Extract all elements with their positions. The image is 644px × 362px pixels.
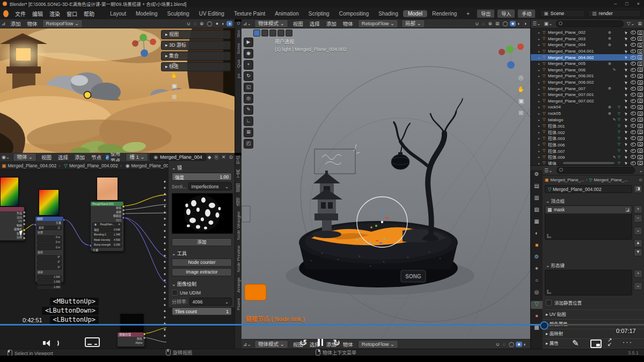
expand-arrow-icon[interactable]: ▸ [538,112,543,115]
modifier-wrench-icon[interactable]: ⚙ [608,43,613,47]
pan-hand-icon[interactable]: ✋ [517,86,525,93]
location-value[interactable]: 0 m [37,240,62,245]
mode-dropdown[interactable]: 物体模式 ⌄ [254,340,288,349]
scene-selector[interactable]: ▣ Scene [540,10,585,17]
rotation-value[interactable]: 0° [37,265,62,270]
expand-arrow-icon[interactable]: ▸ [538,37,543,41]
render-visibility-toggle[interactable] [636,136,643,141]
pip-icon[interactable] [590,339,602,348]
object-name[interactable]: Merged_Plane_006.001 [548,73,608,78]
selectable-toggle[interactable] [623,149,630,152]
hide-eye-toggle[interactable] [630,93,636,97]
image-dropdown[interactable]: ◨RoughSan...✕ [92,223,122,227]
fake-user-icon[interactable]: ◆ [206,154,213,160]
selectable-toggle[interactable] [623,106,630,109]
main-3d-viewport[interactable]: SONG ⊿⌄ 物体模式 ⌄ 视图选择添加物体 RetopoFlow ⌄ 局部 … [241,19,530,349]
render-visibility-toggle[interactable] [636,86,643,91]
editor-type-icon[interactable]: ⊿⌄ [241,21,253,26]
snap-magnet-icon[interactable]: ∪ [494,342,501,347]
selectable-toggle[interactable] [623,99,630,102]
move-up-button[interactable]: ▲ [634,239,642,247]
object-name[interactable]: 柱体.007 [548,148,608,154]
edit-pencil-icon[interactable]: ✎ [572,338,579,348]
tool-button[interactable]: ◰ [244,139,253,149]
properties-filter-icon[interactable]: ☰⌄ [543,168,554,173]
tool-button[interactable]: ∟ [244,116,253,126]
add-group-button[interactable]: + [634,205,642,213]
object-name[interactable]: 柱体.003 [548,135,608,141]
group-param[interactable]: Bump strength0.260 [92,243,122,248]
hide-eye-toggle[interactable] [630,68,636,72]
slot-dropdown[interactable]: 槽 1 ⌄ [126,153,148,161]
expand-arrow-icon[interactable]: ▸ [538,56,543,60]
tool-button[interactable]: ▶ [244,38,253,47]
manual-button[interactable]: 手动 [517,9,536,18]
workspace-tab[interactable]: Layout [105,10,131,17]
rewind-10-button[interactable]: ↺10 [299,337,310,348]
outliner-hscrollbar[interactable] [563,162,614,164]
group-param[interactable]: 强度0.546 [92,228,122,233]
side-tab[interactable]: Node Wrangler [236,211,241,240]
material-shading-icon[interactable]: ◐ [220,21,226,26]
selectable-toggle[interactable] [623,50,630,53]
workspace-tab[interactable]: Compositing [334,10,374,17]
new-collection-icon[interactable]: ⊞ [636,21,643,26]
retopoflow-menu[interactable]: RetopoFlow ⌄ [358,340,398,349]
imperfection-sphere-preview[interactable] [172,193,233,234]
exit-fullscreen-icon[interactable]: ↗↙ [608,338,612,346]
modifier-wrench-icon[interactable]: ⚙ [608,86,613,91]
close-button[interactable]: × [633,1,644,6]
side-tab[interactable]: 选项 [236,197,241,206]
snap-magnet-icon[interactable]: ∪ [474,21,481,26]
render-visibility-toggle[interactable] [636,155,643,159]
breadcrumb-mesh[interactable]: Merged_Plane_... [594,178,628,182]
zoom-icon[interactable]: ◎ [171,61,178,68]
expand-arrow-icon[interactable]: ▸ [538,161,543,165]
solid-shading-icon[interactable]: ● [516,342,522,347]
object-name[interactable]: 柱体.006 [548,142,608,147]
breadcrumb-object[interactable]: Merged_Plane_004.002 [8,163,57,168]
selectable-toggle[interactable] [623,31,630,34]
expand-arrow-icon[interactable]: ▸ [538,49,543,53]
shader-type-dropdown[interactable]: 物体 ⌄ [13,153,36,161]
side-tab[interactable]: Scree [236,43,241,54]
object-name[interactable]: 柱体.009 [548,154,608,160]
outliner-row[interactable]: ▸ ▽ 柱体.001 ⚙ ✎ ▽ [531,123,644,129]
mode-dropdown[interactable]: 物体模式 ⌄ [254,19,288,28]
outliner-row[interactable]: ▸ ▽ Merged_Plane_002 ⚙ ✎ ▽ [531,29,644,36]
mesh-settings-button[interactable]: ◨ [634,185,642,193]
add-button[interactable]: 添加 [172,238,232,246]
list-resize-grip[interactable] [547,234,551,238]
outliner-row[interactable]: ▸ ▽ Merged_Plane_005 ⚙ ✎ ▽ [531,61,644,67]
hide-eye-toggle[interactable] [630,49,636,53]
tools-panel-header[interactable]: ⌄ 工具 [172,250,232,257]
shapekey-specials-button[interactable]: ⌄ [634,282,642,290]
properties-tab-icon[interactable]: ⚙ [531,171,543,179]
side-tab[interactable]: 节点 [236,156,241,164]
outliner-row[interactable]: ▸ ▽ rock04 ⚙ ✎ ▽ [531,104,644,110]
options-chevron-icon[interactable]: ⌄ [637,168,644,173]
expand-arrow-icon[interactable]: ▸ [538,105,543,109]
material-selector[interactable]: ◉ Merged_Plane_004 [150,153,206,161]
forward-30-button[interactable]: ↻30 [333,337,343,348]
tool-button[interactable]: ⊞ [244,128,253,137]
hide-eye-toggle[interactable] [630,118,636,122]
side-tab[interactable]: Fluent [236,298,241,310]
hide-eye-toggle[interactable] [630,149,636,153]
tool-button[interactable]: Image extractor [172,268,232,276]
selectable-toggle[interactable] [623,143,630,146]
panel-header[interactable]: ⌄ 镜 [172,164,232,171]
expand-arrow-icon[interactable]: ▸ [538,136,543,140]
editor-type-icon[interactable]: ◉⌄ [0,154,11,160]
viewport-gizmo[interactable] [498,42,526,72]
scale-value[interactable]: 1.000 [37,280,62,285]
render-visibility-toggle[interactable] [636,142,643,146]
vertex-group-list[interactable]: ▦ mask ◪ [545,205,632,240]
side-tab[interactable]: Qua [236,60,241,68]
scale-value[interactable]: 1.000 [37,275,62,280]
selectable-toggle[interactable] [623,56,630,59]
menu-item[interactable]: 物体 [340,20,356,27]
workspace-tab[interactable]: Texture Paint [229,10,270,17]
outliner-row[interactable]: ▸ ▽ 柱体.003 ⚙ ✎ ▽ [531,135,644,142]
menu-item[interactable]: 帮助 [80,10,98,18]
